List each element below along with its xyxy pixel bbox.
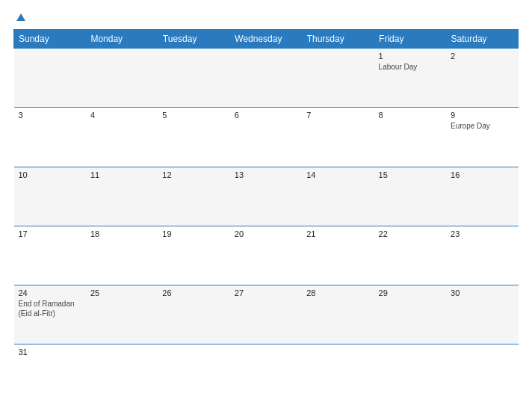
day-number: 9	[451, 111, 513, 120]
day-number: 26	[162, 288, 225, 297]
day-number: 7	[306, 111, 369, 120]
weekday-header-monday: Monday	[86, 30, 158, 49]
day-number: 11	[90, 170, 153, 179]
day-number: 15	[379, 170, 442, 179]
calendar-cell: 4	[86, 108, 158, 167]
day-number: 10	[19, 170, 81, 179]
calendar-cell: 19	[158, 226, 229, 285]
calendar-cell: 25	[86, 285, 158, 344]
calendar-cell: 6	[230, 108, 302, 167]
calendar-cell: 5	[158, 108, 229, 167]
calendar-cell	[230, 344, 302, 404]
event-label: Europe Day	[451, 121, 513, 131]
calendar-cell: 26	[158, 285, 229, 344]
calendar-cell: 12	[158, 167, 229, 226]
weekday-header-wednesday: Wednesday	[230, 30, 302, 49]
calendar-cell	[446, 344, 518, 404]
day-number: 21	[306, 229, 369, 238]
day-number: 27	[235, 288, 297, 297]
calendar-cell: 18	[86, 226, 158, 285]
calendar-cell	[86, 344, 158, 404]
weekday-header-row: SundayMondayTuesdayWednesdayThursdayFrid…	[14, 30, 519, 49]
day-number: 30	[451, 288, 513, 297]
day-number: 23	[451, 229, 513, 238]
day-number: 22	[379, 229, 442, 238]
calendar-row: 10111213141516	[14, 167, 519, 226]
logo	[13, 13, 25, 22]
calendar-cell: 11	[86, 167, 158, 226]
calendar-cell: 27	[230, 285, 302, 344]
calendar-cell: 22	[374, 226, 446, 285]
calendar-cell: 14	[302, 167, 374, 226]
calendar-cell	[374, 344, 446, 404]
day-number: 3	[19, 111, 81, 120]
calendar-row: 3456789Europe Day	[14, 108, 519, 167]
day-number: 18	[90, 229, 153, 238]
calendar-row: 31	[14, 344, 519, 404]
weekday-header-saturday: Saturday	[446, 30, 518, 49]
calendar-cell: 17	[14, 226, 86, 285]
day-number: 20	[235, 229, 297, 238]
calendar-header	[13, 13, 519, 22]
day-number: 13	[235, 170, 297, 179]
weekday-header-friday: Friday	[374, 30, 446, 49]
calendar-cell: 31	[14, 344, 86, 404]
calendar-cell: 15	[374, 167, 446, 226]
day-number: 8	[379, 111, 442, 120]
calendar-cell: 3	[14, 108, 86, 167]
day-number: 6	[235, 111, 297, 120]
calendar-row: 17181920212223	[14, 226, 519, 285]
calendar-page: SundayMondayTuesdayWednesdayThursdayFrid…	[0, 0, 532, 411]
calendar-row: 24End of Ramadan (Eid al-Fitr)2526272829…	[14, 285, 519, 344]
calendar-table: SundayMondayTuesdayWednesdayThursdayFrid…	[13, 29, 519, 404]
calendar-cell	[230, 49, 302, 108]
day-number: 16	[451, 170, 513, 179]
day-number: 4	[90, 111, 153, 120]
day-number: 24	[19, 288, 81, 297]
day-number: 1	[379, 52, 442, 61]
calendar-cell: 30	[446, 285, 518, 344]
calendar-cell	[86, 49, 158, 108]
day-number: 5	[162, 111, 225, 120]
day-number: 17	[19, 229, 81, 238]
calendar-row: 1Labour Day2	[14, 49, 519, 108]
weekday-header-thursday: Thursday	[302, 30, 374, 49]
calendar-cell: 10	[14, 167, 86, 226]
calendar-cell: 21	[302, 226, 374, 285]
weekday-header-tuesday: Tuesday	[158, 30, 229, 49]
calendar-cell: 8	[374, 108, 446, 167]
calendar-cell	[158, 344, 229, 404]
calendar-cell: 2	[446, 49, 518, 108]
calendar-cell	[302, 49, 374, 108]
day-number: 12	[162, 170, 225, 179]
day-number: 29	[379, 288, 442, 297]
calendar-cell: 20	[230, 226, 302, 285]
calendar-cell: 13	[230, 167, 302, 226]
calendar-cell: 16	[446, 167, 518, 226]
calendar-cell: 29	[374, 285, 446, 344]
day-number: 31	[19, 347, 81, 356]
day-number: 28	[306, 288, 369, 297]
logo-triangle-icon	[16, 13, 25, 21]
calendar-cell	[14, 49, 86, 108]
event-label: End of Ramadan (Eid al-Fitr)	[19, 299, 81, 318]
weekday-header-sunday: Sunday	[14, 30, 86, 49]
day-number: 19	[162, 229, 225, 238]
calendar-cell: 28	[302, 285, 374, 344]
day-number: 2	[451, 52, 513, 61]
calendar-cell: 23	[446, 226, 518, 285]
calendar-cell: 7	[302, 108, 374, 167]
day-number: 14	[306, 170, 369, 179]
calendar-cell	[158, 49, 229, 108]
logo-blue-text	[13, 13, 25, 22]
calendar-cell: 9Europe Day	[446, 108, 518, 167]
event-label: Labour Day	[379, 62, 442, 72]
calendar-cell: 1Labour Day	[374, 49, 446, 108]
day-number: 25	[90, 288, 153, 297]
calendar-cell	[302, 344, 374, 404]
calendar-cell: 24End of Ramadan (Eid al-Fitr)	[14, 285, 86, 344]
